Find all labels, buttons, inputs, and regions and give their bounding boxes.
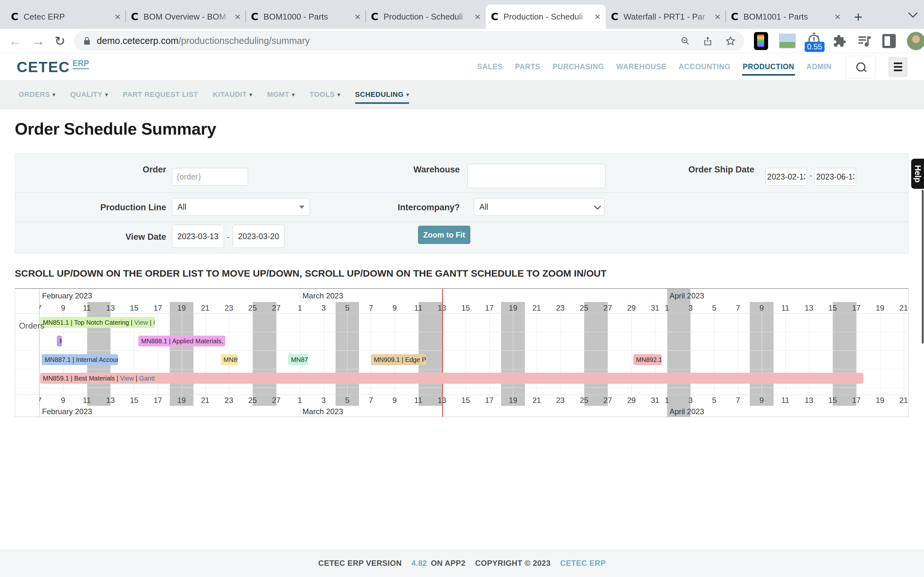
order-input[interactable] xyxy=(172,168,248,185)
cetec-logo[interactable]: CETEC ERP xyxy=(17,58,89,76)
screenshot-extension-icon[interactable] xyxy=(779,34,796,48)
gantt-bar[interactable]: MN909.1 | Edge Pro xyxy=(371,354,426,365)
url-bar[interactable]: demo.cetecerp.com/productionscheduling/s… xyxy=(74,31,744,51)
day-tick-label: 9 xyxy=(388,396,402,405)
doc-extension-icon[interactable] xyxy=(754,32,768,50)
main-nav-item-parts[interactable]: PARTS xyxy=(515,63,540,71)
gantt-bar[interactable]: MN859.1 | Best Materials | View | Gantt xyxy=(40,373,863,384)
view-date-from-input[interactable] xyxy=(172,225,224,248)
stopwatch-badge: 0.55 xyxy=(804,42,825,52)
back-button[interactable]: ← xyxy=(8,34,22,48)
bookmark-star-icon[interactable] xyxy=(725,35,736,47)
footer-version-link[interactable]: 4.82 xyxy=(411,559,427,568)
browser-tab[interactable]: CBOM1001 - Parts× xyxy=(726,5,846,29)
extensions-puzzle-icon[interactable] xyxy=(833,34,846,48)
url-path: /productionscheduling/summary xyxy=(178,35,310,46)
footer-brand-link[interactable]: CETEC ERP xyxy=(560,559,606,568)
close-icon[interactable]: × xyxy=(234,11,241,22)
gantt-bar[interactable]: MN851.1 | Top Notch Catering | View | Ga… xyxy=(40,317,155,328)
close-icon[interactable]: × xyxy=(714,11,720,22)
intercompany-select[interactable]: All xyxy=(474,198,605,216)
stopwatch-extension-icon[interactable]: 0.55 xyxy=(806,32,822,50)
subnav-item-scheduling[interactable]: SCHEDULING▾ xyxy=(355,90,409,99)
day-tick-label: 7 xyxy=(39,303,47,313)
day-tick-label: 9 xyxy=(388,303,402,313)
day-tick-label: 15 xyxy=(825,396,840,405)
main-nav-item-sales[interactable]: SALES xyxy=(477,63,503,71)
browser-tab[interactable]: CWaterfall - PRT1 - Par× xyxy=(606,5,726,29)
ship-date-from-input[interactable] xyxy=(766,168,807,185)
day-tick-label: 13 xyxy=(435,303,449,313)
close-icon[interactable]: × xyxy=(475,11,481,22)
site-header: CETEC ERP SALESPARTSPURCHASINGWAREHOUSEA… xyxy=(0,53,924,80)
gantt-schedule[interactable]: Orders February 2023February 20237799111… xyxy=(15,288,909,417)
close-icon[interactable]: × xyxy=(835,11,841,22)
subnav-item-mgmt[interactable]: MGMT▾ xyxy=(267,90,295,99)
main-nav-item-purchasing[interactable]: PURCHASING xyxy=(552,63,604,71)
playlist-extension-icon[interactable] xyxy=(857,35,871,47)
day-tick-label: 21 xyxy=(198,396,212,405)
day-tick-label: 11 xyxy=(779,303,792,313)
day-tick-label: 7 xyxy=(364,303,378,313)
browser-tab[interactable]: CBOM1000 - Parts× xyxy=(246,5,366,29)
day-gridline xyxy=(324,302,324,406)
gantt-bar[interactable]: MN892.1 xyxy=(633,354,662,365)
main-nav-item-warehouse[interactable]: WAREHOUSE xyxy=(616,63,666,71)
browser-tab[interactable]: CProduction - Scheduli× xyxy=(486,5,606,29)
sidebar-extension-icon[interactable] xyxy=(882,34,896,48)
tab-title: Production - Scheduli xyxy=(503,12,592,22)
close-icon[interactable]: × xyxy=(355,11,360,22)
gantt-bar-link[interactable]: Gantt xyxy=(153,319,155,326)
browser-tab[interactable]: CCetec ERP× xyxy=(6,5,126,29)
gantt-bar[interactable]: MN887.1 | Internal Accounting xyxy=(42,354,118,365)
day-gridline xyxy=(561,302,561,406)
production-line-select[interactable]: All xyxy=(172,198,310,216)
close-icon[interactable]: × xyxy=(594,11,601,22)
gantt-bar-link[interactable]: View xyxy=(134,319,148,326)
forward-button[interactable]: → xyxy=(31,34,45,48)
global-search-button[interactable] xyxy=(846,56,876,78)
subnav-item-orders[interactable]: ORDERS▾ xyxy=(19,90,55,99)
production-line-value: All xyxy=(178,202,299,211)
help-tab[interactable]: Help xyxy=(911,159,924,189)
zoom-to-fit-button[interactable]: Zoom to Fit xyxy=(418,226,470,244)
day-tick-label: 5 xyxy=(707,303,721,313)
browser-tab-strip: CCetec ERP×CBOM Overview - BOM×CBOM1000 … xyxy=(0,0,924,29)
gantt-bar-link[interactable]: View xyxy=(120,375,134,382)
main-nav-item-production[interactable]: PRODUCTION xyxy=(743,63,795,71)
page-zoom-icon[interactable] xyxy=(680,36,690,46)
day-tick-label: 15 xyxy=(127,396,141,405)
close-icon[interactable]: × xyxy=(115,11,121,22)
gantt-bar[interactable]: MN888.1 | Applied Materials, In xyxy=(138,335,225,347)
subnav-item-part-request-list[interactable]: PART REQUEST LIST xyxy=(123,90,198,99)
warehouse-label: Warehouse xyxy=(368,165,460,175)
reload-button[interactable]: ↻ xyxy=(55,34,65,48)
hamburger-menu-button[interactable] xyxy=(889,57,907,77)
day-tick-label: 21 xyxy=(897,303,908,313)
gantt-chart-area[interactable]: February 2023February 202377991111131315… xyxy=(39,289,908,417)
tab-divider xyxy=(365,11,366,23)
main-nav-item-admin[interactable]: ADMIN xyxy=(806,63,832,71)
share-icon[interactable] xyxy=(703,36,713,46)
gantt-bar[interactable]: MN895 xyxy=(221,354,238,365)
subnav-item-tools[interactable]: TOOLS▾ xyxy=(310,90,341,99)
browser-tab[interactable]: CProduction - Scheduli× xyxy=(366,5,486,29)
main-nav-item-accounting[interactable]: ACCOUNTING xyxy=(678,63,730,71)
subnav-item-quality[interactable]: QUALITY▾ xyxy=(70,90,108,99)
warehouse-input[interactable] xyxy=(467,164,606,188)
scrollbar-thumb[interactable] xyxy=(922,190,924,343)
view-date-to-input[interactable] xyxy=(233,225,284,248)
gantt-bar[interactable]: M xyxy=(57,335,62,347)
tab-search-chevron-icon[interactable] xyxy=(908,8,918,18)
profile-avatar[interactable] xyxy=(907,32,924,50)
new-tab-button[interactable]: + xyxy=(849,8,867,26)
day-tick-label: 11 xyxy=(779,396,792,405)
browser-tab[interactable]: CBOM Overview - BOM× xyxy=(126,5,246,29)
day-gridline xyxy=(809,302,809,406)
caret-down-icon: ▾ xyxy=(249,91,252,98)
gantt-bar-link[interactable]: Gantt xyxy=(139,375,155,382)
gantt-bar[interactable]: MN875 xyxy=(288,354,309,365)
subnav-item-label: QUALITY xyxy=(70,90,103,99)
ship-date-to-input[interactable] xyxy=(814,168,856,185)
subnav-item-kitaudit[interactable]: KITAUDIT▾ xyxy=(213,90,252,99)
